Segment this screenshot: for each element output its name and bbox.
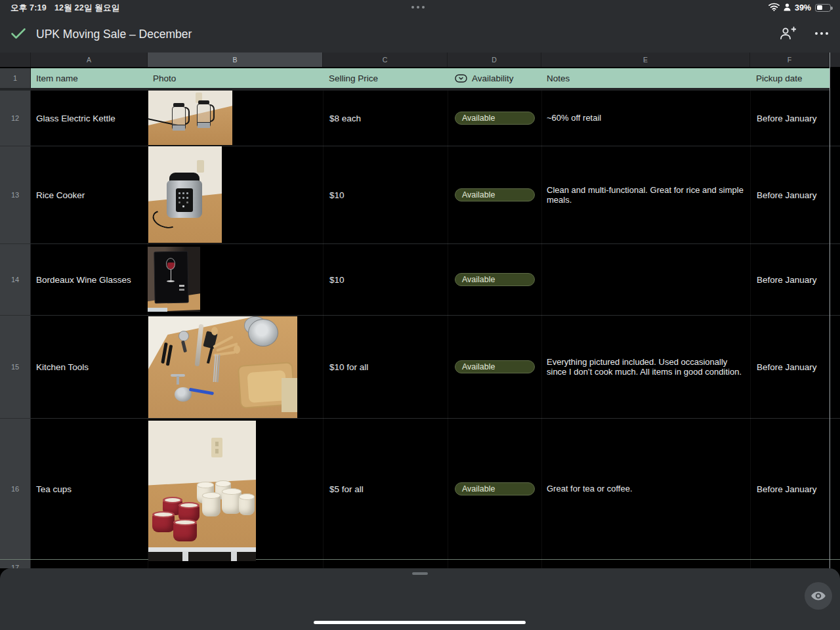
cell-pickup-date[interactable]: Before January [750, 316, 830, 418]
home-indicator[interactable] [314, 621, 526, 624]
header-row: 1 Item name Photo Selling Price Availabi… [0, 68, 840, 88]
cell-availability[interactable]: Available [448, 244, 541, 315]
row-header-12[interactable]: 12 [0, 91, 31, 146]
header-cell-photo[interactable]: Photo [153, 68, 323, 88]
table-row: 14 Bordeaux Wine Glasses $10 Available B… [0, 243, 840, 315]
eye-icon [810, 588, 826, 604]
column-header-strip: A B C D E F [0, 52, 840, 67]
share-person-add-button[interactable] [778, 24, 797, 43]
cell-pickup-date[interactable]: Before January [750, 146, 830, 243]
availability-chip[interactable]: Available [455, 112, 535, 125]
cell-availability[interactable]: Available [448, 146, 541, 243]
gridline [448, 91, 448, 568]
table-row: 16 Tea cups $5 for all Available Great f… [0, 418, 840, 559]
column-header-d[interactable]: D [448, 52, 541, 67]
view-only-eye-button[interactable] [805, 582, 832, 610]
row-header-15[interactable]: 15 [0, 316, 31, 418]
column-header-f[interactable]: F [750, 52, 830, 67]
cell-selling-price[interactable]: $8 each [323, 91, 448, 146]
photo-tea-cups [148, 421, 256, 561]
row-header-17[interactable]: 17 [0, 560, 31, 568]
photo-glass-electric-kettle [148, 91, 232, 145]
header-row-band: Item name Photo Selling Price Availabili… [31, 68, 830, 88]
header-cell-selling-price[interactable]: Selling Price [329, 68, 447, 88]
focus-person-icon [784, 2, 791, 14]
gridline [323, 91, 324, 568]
table-row: 15 Kitchen Tools $10 for all Available E… [0, 315, 840, 418]
row-header-16[interactable]: 16 [0, 419, 31, 559]
multitask-dots-icon [411, 6, 425, 9]
header-cell-availability[interactable]: Availability [455, 68, 542, 88]
wifi-icon [768, 2, 780, 14]
cell-availability[interactable]: Available [448, 419, 541, 559]
row-header-14[interactable]: 14 [0, 244, 31, 315]
sheet-drawer-handle[interactable] [412, 572, 428, 575]
column-header-e[interactable]: E [541, 52, 750, 67]
document-title: UPK Moving Sale – December [36, 28, 192, 41]
dropdown-chip-icon [455, 74, 467, 83]
overflow-menu-button[interactable] [812, 24, 831, 43]
app-screen: 오후 7:1912월 22일 월요일 39% UPK Moving Sale –… [0, 0, 840, 630]
photo-bordeaux-wine-glasses [148, 247, 200, 312]
availability-chip[interactable]: Available [455, 482, 535, 495]
cell-selling-price[interactable]: $10 for all [323, 316, 448, 418]
cell-availability[interactable]: Available [448, 91, 541, 146]
status-time-date: 오후 7:1912월 22일 월요일 [10, 3, 119, 14]
column-header-a[interactable]: A [31, 52, 148, 67]
sheet-right-edge [830, 52, 830, 568]
battery-percent: 39% [795, 3, 811, 12]
cell-selling-price[interactable]: $5 for all [323, 419, 448, 559]
cell-pickup-date[interactable]: Before January [750, 91, 830, 146]
photo-rice-cooker [148, 146, 222, 243]
done-check-icon[interactable] [10, 27, 26, 43]
cell-selling-price[interactable]: $10 [323, 244, 448, 315]
column-header-b[interactable]: B [148, 52, 323, 67]
cell-item-name[interactable]: Rice Cooker [31, 146, 148, 243]
select-all-corner[interactable] [0, 52, 31, 67]
header-cell-notes[interactable]: Notes [547, 68, 750, 88]
cell-pickup-date[interactable]: Before January [750, 244, 830, 315]
cell-availability[interactable]: Available [448, 316, 541, 418]
cell-item-name[interactable]: Glass Electric Kettle [31, 91, 148, 146]
cell-notes[interactable]: Everything pictured included. Used occas… [541, 316, 750, 418]
row-header-1[interactable]: 1 [0, 68, 31, 88]
header-cell-pickup-date[interactable]: Pickup date [756, 68, 829, 88]
status-indicators: 39% [768, 0, 831, 15]
cell-notes[interactable]: ~60% off retail [541, 91, 750, 146]
cell-selling-price[interactable]: $10 [323, 146, 448, 243]
cell-item-name[interactable]: Tea cups [31, 419, 148, 559]
availability-chip[interactable]: Available [455, 360, 535, 373]
table-row-partial: 17 [0, 559, 840, 568]
availability-chip[interactable]: Available [455, 188, 535, 201]
toolbar: UPK Moving Sale – December [0, 15, 840, 52]
gridline [750, 91, 751, 568]
cell-notes[interactable]: Great for tea or coffee. [541, 419, 750, 559]
status-date: 12월 22일 월요일 [54, 3, 119, 12]
row-header-13[interactable]: 13 [0, 146, 31, 243]
status-bar: 오후 7:1912월 22일 월요일 39% [0, 0, 840, 15]
photo-kitchen-tools [148, 316, 297, 418]
battery-icon [815, 4, 831, 12]
gridline [541, 91, 542, 568]
cell-item-name[interactable]: Kitchen Tools [31, 316, 148, 418]
availability-chip[interactable]: Available [455, 273, 535, 286]
header-cell-item-name[interactable]: Item name [36, 68, 148, 88]
cell-notes[interactable]: Clean and multi-functional. Great for ri… [541, 146, 750, 243]
table-row: 12 Glass Electric Kettle $8 each Availab… [0, 91, 840, 146]
cell-notes[interactable] [541, 244, 750, 315]
table-row: 13 Rice Cooker $10 Available Clean and m… [0, 146, 840, 243]
cell-item-name[interactable]: Bordeaux Wine Glasses [31, 244, 148, 315]
cell-pickup-date[interactable]: Before January [750, 419, 830, 559]
status-time: 오후 7:19 [10, 3, 47, 12]
column-header-c[interactable]: C [323, 52, 448, 67]
